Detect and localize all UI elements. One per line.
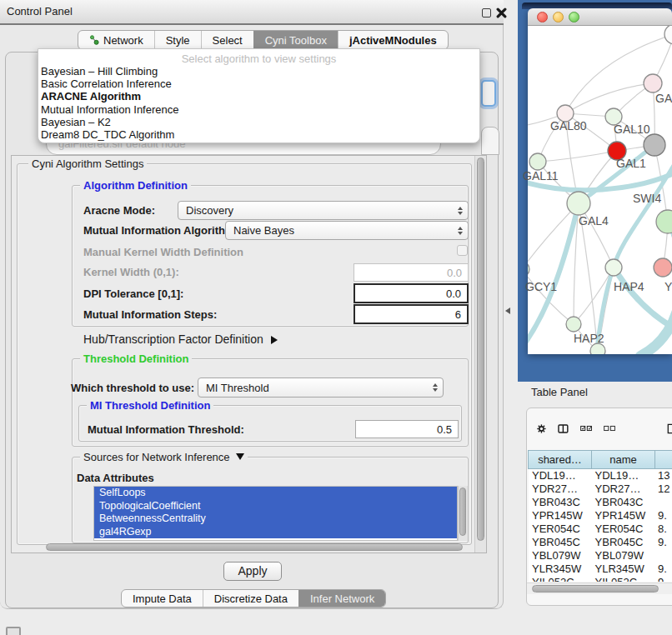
zoom-traffic-light-icon[interactable] [569,12,579,22]
hub-section-toggle[interactable]: Hub/Transcription Factor Definition [83,332,278,346]
node-gal4[interactable] [567,192,590,215]
apply-button[interactable]: Apply [223,562,282,581]
table-row[interactable]: YBL079WYBL079W [529,549,672,562]
algorithm-option[interactable]: Basic Correlation Inference [38,78,479,90]
sources-group-title[interactable]: Sources for Network Inference [80,451,248,463]
screen: Control Panel Network Style Select Cyni … [0,0,672,635]
node-partial[interactable] [664,26,672,44]
select-all-checkboxes-icon[interactable] [580,423,592,433]
network-window-titlebar[interactable] [528,8,672,26]
collapsed-arrow-icon [271,336,278,344]
expanded-arrow-icon [236,453,244,460]
node-gcy1[interactable] [528,262,529,277]
tab-infer-network[interactable]: Infer Network [298,590,385,607]
node-salmon[interactable] [654,258,672,277]
dpi-tolerance-field[interactable]: 0.0 [354,283,469,303]
network-icon [89,35,99,45]
control-panel-title: Control Panel [7,0,73,23]
table-row[interactable]: YDR27…YDR27…12 [529,482,672,496]
table-row[interactable]: YER054CYER054C8. [529,522,672,536]
mi-algorithm-type-combo[interactable]: Naive Bayes [225,221,469,240]
inference-algorithm-combo-fragment[interactable] [481,80,496,107]
control-panel-titlebar[interactable]: Control Panel [0,0,504,25]
aracne-mode-combo[interactable]: Discovery [178,201,469,220]
attribute-item[interactable]: SelfLoops [94,487,457,500]
minimized-panel-icon[interactable] [6,627,21,635]
node-label-gcy1: GCY1 [525,280,557,293]
cyni-bottom-tabbar: Impute Data Discretize Data Infer Networ… [121,589,386,608]
table-hscrollbar[interactable] [527,582,672,594]
table-row[interactable]: YLR345WYLR345W9. [529,562,672,576]
column-header-partial[interactable] [654,450,672,469]
algorithm-option[interactable]: Dream8 DC_TDC Algorithm [38,128,479,141]
table-panel: shared… name YDL19…YDL19…13 YDR27…YDR27…… [526,408,672,606]
mi-threshold-group-title: MI Threshold Definition [87,399,213,412]
attribute-item[interactable]: gal4RGexp [94,526,457,539]
table-row[interactable]: YBR045CYBR045C9. [529,536,672,549]
table-row[interactable]: YIL052CYIL052C9 [529,576,672,582]
scrollbar-thumb[interactable] [532,585,659,592]
float-window-icon[interactable] [482,8,491,18]
table-row[interactable]: YDL19…YDL19…13 [529,469,672,482]
node-gal11[interactable] [529,153,546,170]
splitter-collapse-icon[interactable] [505,308,510,314]
attribute-list-scrollbar[interactable] [458,486,468,541]
mi-steps-field[interactable]: 6 [354,304,469,324]
tab-select[interactable]: Select [201,31,253,49]
node-gray[interactable] [644,134,665,156]
node-hap4[interactable] [605,259,622,276]
tab-jactivemnodules[interactable]: jActiveMNodules [338,31,448,49]
tab-discretize-data[interactable]: Discretize Data [203,590,298,607]
node-gal[interactable] [644,74,662,92]
unselect-all-checkboxes-icon[interactable] [604,423,615,433]
tab-cyni-toolbox[interactable]: Cyni Toolbox [253,31,338,49]
combo-spinner-icon [458,207,463,215]
node-label-hap2: HAP2 [574,332,604,345]
scrollbar-thumb[interactable] [459,488,466,536]
node-label-swi4: SWI4 [633,192,661,205]
close-traffic-light-icon[interactable] [537,12,548,22]
kernel-width-field[interactable]: 0.0 [354,263,469,282]
manual-kernel-checkbox[interactable] [457,245,468,256]
attribute-item[interactable]: BetweennessCentrality [94,512,457,526]
threshold-definition-title: Threshold Definition [80,352,192,365]
node-hap2[interactable] [566,317,581,332]
algorithm-option-selected[interactable]: ARACNE Algorithm [38,90,479,102]
combo-spinner-icon [458,227,463,235]
tab-style[interactable]: Style [154,31,201,49]
node-label-hap4: HAP4 [614,280,644,293]
algorithm-option[interactable]: Bayesian – K2 [38,116,479,128]
close-icon[interactable] [496,8,507,18]
algorithm-option[interactable]: Mutual Information Inference [38,103,479,116]
settings-vscrollbar[interactable] [474,156,486,552]
mi-threshold-field[interactable]: 0.5 [355,420,459,438]
algorithm-prompt: Select algorithm to view settings [38,49,479,65]
attribute-item[interactable]: TopologicalCoefficient [94,500,457,513]
control-panel-tabbar: Network Style Select Cyni Toolbox jActiv… [78,30,449,50]
which-threshold-combo[interactable]: MI Threshold [198,378,444,398]
table-rows: YDL19…YDL19…13 YDR27…YDR27…12 YBR043CYBR… [529,469,672,582]
node-swi4[interactable] [656,210,672,233]
algorithm-option[interactable]: Bayesian – Hill Climbing [38,65,479,78]
settings-hscrollbar-thumb[interactable] [46,543,463,551]
control-panel-window: Control Panel Network Style Select Cyni … [0,0,504,609]
column-header-name[interactable]: name [591,450,655,469]
split-columns-icon[interactable] [558,422,569,436]
scrollbar-thumb[interactable] [477,158,484,541]
network-graph [528,26,672,354]
table-row[interactable]: YPR145WYPR145W9. [529,509,672,522]
node-label-gal4: GAL4 [579,214,609,228]
tab-impute-data[interactable]: Impute Data [122,590,203,607]
data-attributes-list: SelfLoops TopologicalCoefficient Between… [93,486,458,541]
node-label-gal11: GAL11 [523,169,559,182]
column-header-shared[interactable]: shared… [528,450,592,469]
mi-threshold-label: Mutual Information Threshold: [88,423,244,436]
tab-network[interactable]: Network [78,31,154,49]
gear-icon[interactable] [537,422,546,436]
minimize-traffic-light-icon[interactable] [553,12,564,22]
data-attributes-label: Data Attributes [77,472,154,484]
network-canvas[interactable] [528,26,672,354]
document-icon[interactable] [667,421,672,437]
cyni-algorithm-settings-title: Cyni Algorithm Settings [28,158,147,170]
table-row[interactable]: YBR043CYBR043C [529,496,672,509]
